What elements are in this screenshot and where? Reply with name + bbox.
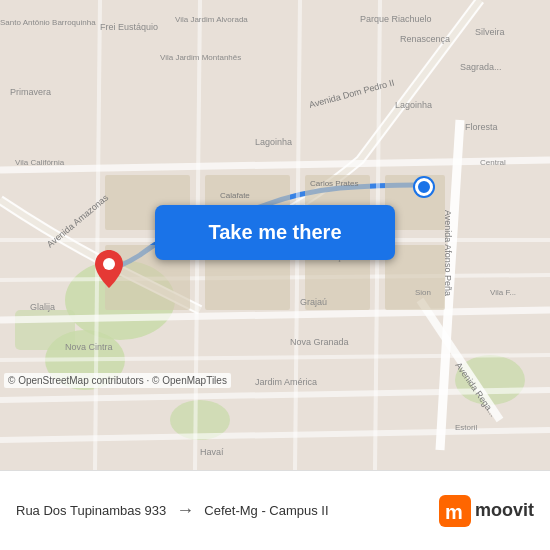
moovit-brand-text: moovit xyxy=(475,500,534,521)
svg-text:Vila Jardim Alvorada: Vila Jardim Alvorada xyxy=(175,15,248,24)
svg-text:Nova Cintra: Nova Cintra xyxy=(65,342,113,352)
svg-text:Avenida Afonso Peña: Avenida Afonso Peña xyxy=(443,210,453,296)
svg-text:Estoril: Estoril xyxy=(455,423,477,432)
svg-text:m: m xyxy=(445,501,463,523)
svg-text:Glalija: Glalija xyxy=(30,302,55,312)
svg-text:Havaí: Havaí xyxy=(200,447,224,457)
moovit-icon: m xyxy=(439,495,471,527)
svg-text:Sagrada...: Sagrada... xyxy=(460,62,502,72)
svg-text:Grajaú: Grajaú xyxy=(300,297,327,307)
svg-text:Santo Antônio Barroquinha: Santo Antônio Barroquinha xyxy=(0,18,96,27)
take-me-there-button[interactable]: Take me there xyxy=(155,205,395,260)
svg-text:Calafate: Calafate xyxy=(220,191,250,200)
origin-dot xyxy=(415,178,433,196)
arrow-icon: → xyxy=(176,500,194,521)
svg-text:Silveira: Silveira xyxy=(475,27,505,37)
map-container: Lagoinha Central Vila Califórnia Nova Su… xyxy=(0,0,550,470)
svg-point-56 xyxy=(103,258,115,270)
svg-text:Lagoinha: Lagoinha xyxy=(255,137,292,147)
svg-text:Parque Riachuelo: Parque Riachuelo xyxy=(360,14,432,24)
svg-text:Jardim América: Jardim América xyxy=(255,377,317,387)
destination-pin xyxy=(95,250,123,292)
svg-text:Lagoinha: Lagoinha xyxy=(395,100,432,110)
svg-text:Vila Califórnia: Vila Califórnia xyxy=(15,158,65,167)
svg-text:Nova Granada: Nova Granada xyxy=(290,337,349,347)
to-location: Cefet-Mg - Campus II xyxy=(204,503,328,518)
svg-text:Vila F...: Vila F... xyxy=(490,288,516,297)
svg-text:Primavera: Primavera xyxy=(10,87,51,97)
svg-text:Frei Eustáquio: Frei Eustáquio xyxy=(100,22,158,32)
map-attribution: © OpenStreetMap contributors · © OpenMap… xyxy=(4,373,231,388)
svg-text:Renascença: Renascença xyxy=(400,34,450,44)
moovit-logo: m moovit xyxy=(439,495,534,527)
svg-text:Floresta: Floresta xyxy=(465,122,498,132)
svg-text:Sion: Sion xyxy=(415,288,431,297)
svg-text:Carlos Prates: Carlos Prates xyxy=(310,179,358,188)
svg-text:Vila Jardim Montanhês: Vila Jardim Montanhês xyxy=(160,53,241,62)
svg-text:Central: Central xyxy=(480,158,506,167)
from-location: Rua Dos Tupinambas 933 xyxy=(16,503,166,518)
bottom-bar: Rua Dos Tupinambas 933 → Cefet-Mg - Camp… xyxy=(0,470,550,550)
